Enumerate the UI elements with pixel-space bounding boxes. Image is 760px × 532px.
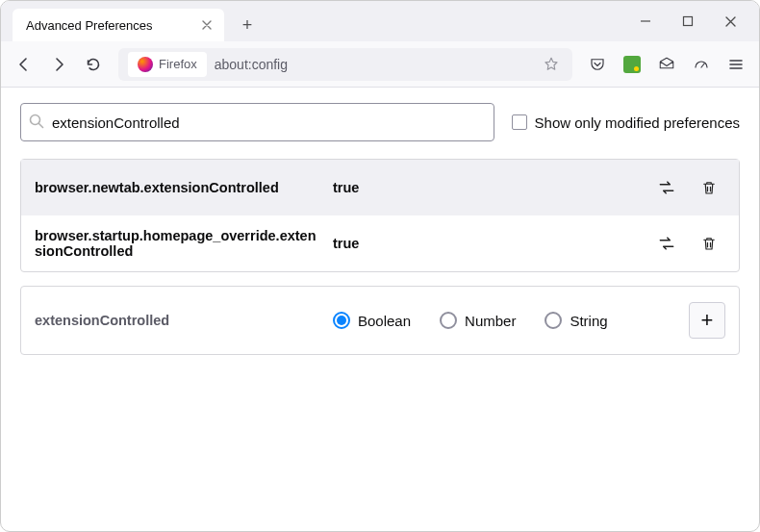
toggle-button[interactable]: [650, 171, 683, 204]
bookmark-star-icon[interactable]: [540, 53, 563, 76]
type-radio-group: Boolean Number String: [333, 312, 679, 329]
radio-label: Number: [465, 313, 516, 329]
app-menu-button[interactable]: [721, 49, 751, 80]
tab-active[interactable]: Advanced Preferences: [13, 9, 224, 41]
window-controls: [624, 3, 751, 39]
radio-icon: [333, 312, 350, 329]
extension-icon[interactable]: [617, 49, 647, 80]
close-tab-icon[interactable]: [199, 17, 215, 33]
pref-list: browser.newtab.extensionControlled true …: [20, 159, 740, 272]
type-number[interactable]: Number: [440, 312, 516, 329]
back-button[interactable]: [9, 49, 39, 80]
close-window-button[interactable]: [709, 3, 751, 39]
delete-button[interactable]: [693, 171, 725, 204]
pref-name: browser.newtab.extensionControlled: [35, 180, 323, 195]
type-string[interactable]: String: [545, 312, 607, 329]
titlebar: Advanced Preferences +: [1, 1, 759, 41]
mail-icon[interactable]: [651, 49, 682, 80]
pref-value: true: [333, 180, 641, 195]
radio-icon: [440, 312, 457, 329]
toggle-button[interactable]: [650, 227, 683, 260]
type-boolean[interactable]: Boolean: [333, 312, 411, 329]
url-bar[interactable]: Firefox about:config: [118, 48, 572, 81]
modified-only-checkbox[interactable]: Show only modified preferences: [512, 114, 740, 131]
pref-search-input[interactable]: [20, 103, 494, 141]
pocket-icon[interactable]: [582, 49, 613, 80]
svg-rect-0: [684, 17, 693, 26]
search-icon: [28, 113, 45, 130]
search-row: Show only modified preferences: [20, 103, 740, 141]
radio-icon: [545, 312, 562, 329]
create-pref-name: extensionControlled: [35, 313, 323, 328]
checkbox-icon: [512, 114, 527, 130]
pref-row[interactable]: browser.newtab.extensionControlled true: [21, 160, 739, 215]
content-area: Show only modified preferences browser.n…: [1, 88, 759, 370]
minimize-button[interactable]: [624, 3, 667, 39]
new-tab-button[interactable]: +: [234, 12, 261, 38]
add-pref-button[interactable]: +: [689, 302, 725, 339]
pref-name: browser.startup.homepage_override.extens…: [35, 228, 323, 259]
radio-label: String: [570, 313, 607, 329]
forward-button[interactable]: [43, 49, 74, 80]
tab-title: Advanced Preferences: [26, 18, 191, 33]
pref-row[interactable]: browser.startup.homepage_override.extens…: [21, 215, 739, 271]
identity-label: Firefox: [159, 57, 197, 71]
firefox-logo-icon: [138, 57, 153, 72]
nav-toolbar: Firefox about:config: [1, 41, 759, 88]
delete-button[interactable]: [693, 227, 725, 260]
pref-value: true: [333, 236, 641, 251]
url-text: about:config: [215, 57, 288, 72]
reload-button[interactable]: [78, 49, 109, 80]
pref-search-box: [20, 103, 494, 141]
gauge-icon[interactable]: [686, 49, 717, 80]
create-pref-row: extensionControlled Boolean Number Strin…: [20, 286, 740, 355]
identity-badge[interactable]: Firefox: [128, 52, 207, 77]
checkbox-label: Show only modified preferences: [535, 114, 740, 131]
maximize-button[interactable]: [667, 3, 709, 39]
radio-label: Boolean: [358, 313, 411, 329]
